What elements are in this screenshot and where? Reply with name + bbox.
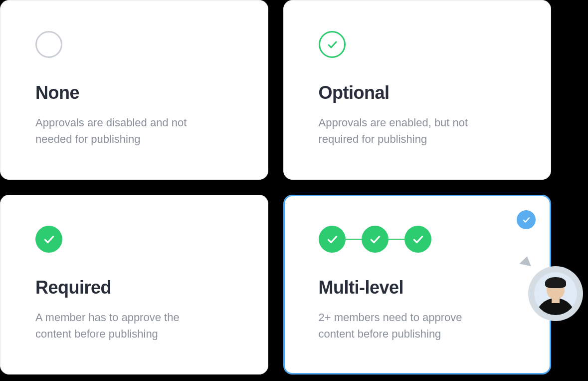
circle-filled-check-icon <box>319 226 346 253</box>
approval-option-grid: None Approvals are disabled and not need… <box>0 0 551 375</box>
selected-check-icon <box>517 210 536 229</box>
option-icon-none <box>35 30 233 58</box>
option-icon-optional <box>319 30 516 58</box>
option-description: A member has to approve the content befo… <box>35 309 215 342</box>
step-connector-icon <box>346 239 362 240</box>
option-card-optional[interactable]: Optional Approvals are enabled, but not … <box>283 0 552 180</box>
step-connector-icon <box>389 239 404 240</box>
user-avatar <box>528 266 583 321</box>
option-icon-multi-level <box>319 225 516 253</box>
option-card-multi-level[interactable]: Multi-level 2+ members need to approve c… <box>283 195 552 375</box>
avatar-image <box>534 272 577 315</box>
circle-filled-check-icon <box>362 226 389 253</box>
option-icon-required <box>35 225 233 253</box>
option-description: 2+ members need to approve content befor… <box>319 309 498 342</box>
option-title: Multi-level <box>319 277 516 298</box>
circle-filled-check-icon <box>35 226 62 253</box>
option-card-none[interactable]: None Approvals are disabled and not need… <box>0 0 268 180</box>
option-title: Required <box>35 277 233 298</box>
option-description: Approvals are disabled and not needed fo… <box>35 114 215 147</box>
option-title: Optional <box>319 82 516 103</box>
circle-outline-check-icon <box>319 31 346 58</box>
circle-filled-check-icon <box>404 226 431 253</box>
option-card-required[interactable]: Required A member has to approve the con… <box>0 195 268 375</box>
option-title: None <box>35 82 233 103</box>
option-description: Approvals are enabled, but not required … <box>319 114 498 147</box>
circle-empty-icon <box>35 31 62 58</box>
